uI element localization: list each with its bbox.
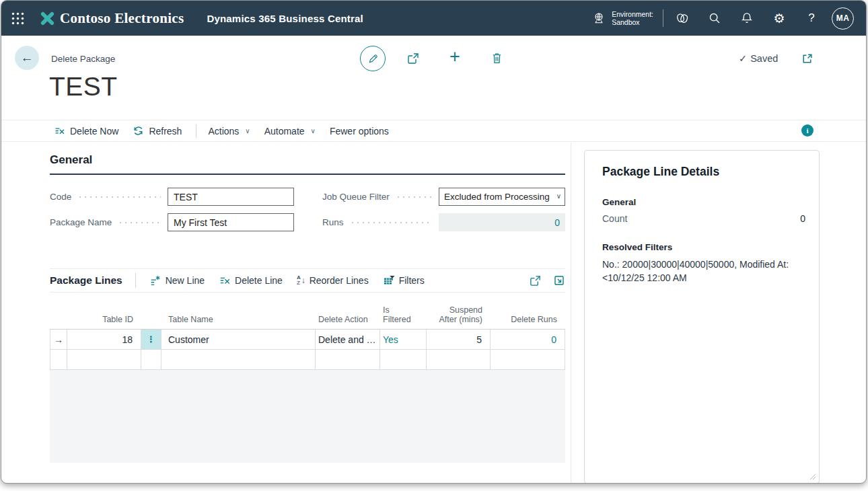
job-queue-filter-label: Job Queue Filter <box>322 192 390 202</box>
cell-delete-runs[interactable]: 0 <box>491 330 565 350</box>
company-brand[interactable]: Contoso Electronics <box>39 10 184 27</box>
notifications-button[interactable] <box>731 1 763 36</box>
general-section-underline <box>50 174 565 175</box>
help-icon: ? <box>808 11 814 25</box>
dotted-leader <box>118 221 161 224</box>
column-header-delete-runs[interactable]: Delete Runs <box>491 300 565 329</box>
cell-is-filtered[interactable]: Yes <box>380 330 427 350</box>
factbox-title: Package Line Details <box>602 165 805 179</box>
search-button[interactable] <box>698 1 731 36</box>
row-arrow-icon: → <box>54 334 63 345</box>
column-header-table-id[interactable]: Table ID <box>67 300 141 329</box>
toolbar-divider <box>135 273 136 288</box>
resize-grip-icon[interactable] <box>809 474 816 480</box>
content-divider <box>571 143 571 484</box>
package-lines-toolbar: Package Lines New Line Delete Line A Z ↓… <box>50 268 565 293</box>
save-status-label: Saved <box>750 53 778 64</box>
column-header-suspend-after[interactable]: SuspendAfter (mins) <box>427 300 491 329</box>
table-row: → 18 ⋮ Customer Delete and … Yes 5 0 <box>50 330 565 350</box>
company-name: Contoso Electronics <box>60 10 184 27</box>
column-header-table-name[interactable]: Table Name <box>161 300 316 329</box>
count-row: Count 0 <box>602 213 805 224</box>
row-selector[interactable]: → <box>50 330 67 350</box>
table-row-empty <box>50 350 565 370</box>
action-bar-divider <box>196 124 196 138</box>
runs-field: Runs 0 <box>322 213 565 231</box>
open-in-new-window-icon <box>801 52 813 65</box>
factbox-general-heading: General <box>602 197 805 207</box>
cell-table-name[interactable]: Customer <box>161 330 316 350</box>
cell-delete-action[interactable]: Delete and … <box>316 330 380 350</box>
filters-action[interactable]: Filters <box>383 274 425 287</box>
column-header-delete-action[interactable]: Delete Action <box>316 300 380 329</box>
share-button[interactable] <box>406 52 420 65</box>
chevron-down-icon: ∨ <box>556 192 561 200</box>
row-menu-kebab-icon[interactable]: ⋮ <box>141 330 161 350</box>
pencil-icon <box>367 53 379 65</box>
reorder-lines-action[interactable]: A Z ↓ Reorder Lines <box>297 275 369 286</box>
job-queue-filter-field: Job Queue Filter Excluded from Processin… <box>322 188 565 206</box>
runs-value[interactable]: 0 <box>439 213 565 231</box>
search-icon <box>708 11 721 25</box>
copilot-icon <box>675 11 690 26</box>
sort-az-icon: A Z ↓ <box>297 275 305 286</box>
environment-globe-icon <box>592 11 606 25</box>
page-title: TEST <box>49 72 118 102</box>
waffle-grid-icon <box>11 11 25 26</box>
share-icon <box>406 52 420 65</box>
cell-suspend-after[interactable]: 5 <box>427 330 491 350</box>
delete-line-action[interactable]: Delete Line <box>219 274 283 287</box>
package-name-input[interactable] <box>168 213 294 231</box>
info-icon[interactable]: i <box>801 124 813 137</box>
delete-button[interactable] <box>491 52 503 65</box>
job-queue-filter-select[interactable]: Excluded from Processing ∨ <box>439 188 565 206</box>
open-in-new-window-button[interactable] <box>801 52 813 65</box>
new-line-action[interactable]: New Line <box>149 274 205 287</box>
package-lines-table: → 18 ⋮ Customer Delete and … Yes 5 0 <box>50 329 565 370</box>
environment-picker[interactable]: Environment: Sandbox <box>585 1 660 36</box>
environment-name: Sandbox <box>612 18 653 26</box>
runs-label: Runs <box>322 217 344 227</box>
action-bar: Delete Now Refresh Actions ∨ Automate ∨ … <box>1 120 866 142</box>
column-header-is-filtered[interactable]: IsFiltered <box>380 300 427 329</box>
delete-now-action[interactable]: Delete Now <box>54 125 118 137</box>
code-input[interactable] <box>168 188 294 206</box>
help-button[interactable]: ? <box>795 1 828 36</box>
environment-label: Environment: <box>612 10 653 18</box>
settings-button[interactable]: ⚙ <box>763 1 795 36</box>
general-section-heading[interactable]: General <box>50 153 92 167</box>
new-button[interactable]: + <box>449 50 460 63</box>
edit-button[interactable] <box>360 46 386 71</box>
focus-mode-button[interactable] <box>553 274 565 287</box>
count-label[interactable]: Count <box>602 213 627 224</box>
back-button[interactable]: ← <box>15 46 39 70</box>
refresh-action[interactable]: Refresh <box>133 125 182 137</box>
top-bar: Contoso Electronics Dynamics 365 Busines… <box>1 1 866 36</box>
share-lines-button[interactable] <box>529 274 542 287</box>
dotted-leader <box>396 196 432 198</box>
package-line-details-factbox: Package Line Details General Count 0 Res… <box>584 150 820 484</box>
contoso-logo-icon <box>39 10 56 27</box>
actions-menu[interactable]: Actions ∨ <box>208 126 250 137</box>
package-lines-heading[interactable]: Package Lines <box>50 274 122 287</box>
filters-icon <box>383 274 395 287</box>
delete-now-icon <box>54 125 65 137</box>
chevron-down-icon: ∨ <box>245 127 250 135</box>
back-arrow-icon: ← <box>21 50 34 65</box>
table-empty-area <box>50 370 565 463</box>
share-icon <box>529 274 542 287</box>
avatar[interactable]: MA <box>832 7 854 30</box>
arrow-down-icon: ↓ <box>301 276 305 285</box>
cell-table-id[interactable]: 18 <box>67 330 141 350</box>
code-label: Code <box>50 192 71 202</box>
package-name-label: Package Name <box>50 217 112 227</box>
page-caption: Delete Package <box>51 54 115 64</box>
app-window: Contoso Electronics Dynamics 365 Busines… <box>1 0 867 484</box>
dotted-leader <box>77 196 161 198</box>
general-field-grid: Code Job Queue Filter Excluded from Proc… <box>50 188 565 231</box>
app-launcher-icon[interactable] <box>1 1 34 36</box>
copilot-button[interactable] <box>666 1 698 36</box>
fewer-options-action[interactable]: Fewer options <box>330 126 389 137</box>
dotted-leader <box>350 221 432 224</box>
automate-menu[interactable]: Automate ∨ <box>264 126 316 137</box>
